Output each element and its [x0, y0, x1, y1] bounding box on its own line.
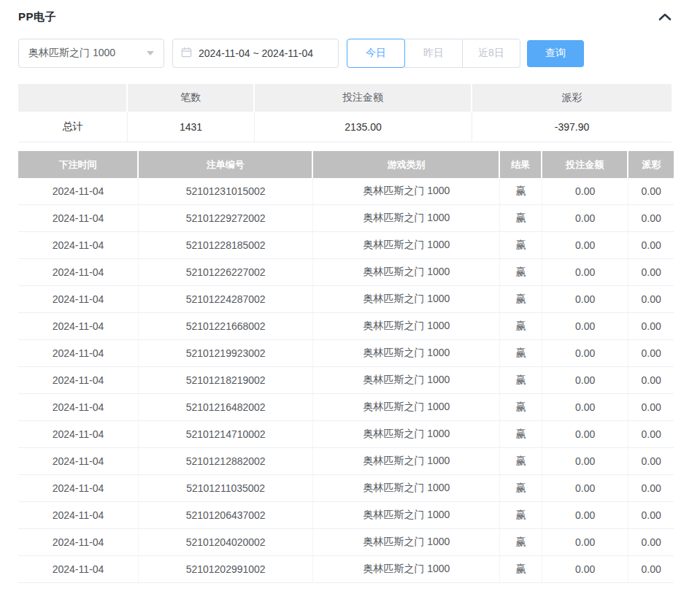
cell-bet-time: 2024-11-04	[18, 421, 139, 448]
cell-payout: 0.00	[628, 556, 674, 583]
cell-game-type: 奥林匹斯之门 1000	[313, 475, 500, 502]
cell-bet-time: 2024-11-04	[18, 340, 139, 367]
pp-games-panel: PP电子 奥林匹斯之门 1000 2024-11-04 ~ 2024-11-04…	[0, 0, 700, 583]
cell-bet-time: 2024-11-04	[18, 556, 139, 583]
summary-table: 笔数 投注金额 派彩 总计 1431 2135.00 -397.90	[18, 84, 672, 142]
table-row: 2024-11-0452101218219002奥林匹斯之门 1000赢0.00…	[18, 367, 674, 394]
cell-game-type: 奥林匹斯之门 1000	[313, 448, 500, 475]
table-row: 2024-11-0452101211035002奥林匹斯之门 1000赢0.00…	[18, 475, 674, 502]
cell-bet-time: 2024-11-04	[18, 205, 139, 232]
panel-header: PP电子	[18, 9, 673, 25]
cell-result: 赢	[500, 556, 542, 583]
cell-payout: 0.00	[628, 286, 674, 313]
summary-total-payout: -397.90	[472, 112, 672, 142]
cell-game-type: 奥林匹斯之门 1000	[313, 178, 500, 205]
cell-bet-time: 2024-11-04	[18, 232, 139, 259]
query-button[interactable]: 查询	[527, 40, 584, 67]
cell-result: 赢	[500, 502, 542, 529]
cell-result: 赢	[500, 421, 542, 448]
table-row: 2024-11-0452101202991002奥林匹斯之门 1000赢0.00…	[18, 556, 674, 583]
cell-payout: 0.00	[628, 502, 674, 529]
game-select-value: 奥林匹斯之门 1000	[28, 47, 115, 60]
date-range-input[interactable]: 2024-11-04 ~ 2024-11-04	[172, 39, 339, 68]
cell-payout: 0.00	[628, 313, 674, 340]
page-title: PP电子	[18, 10, 56, 24]
cell-game-type: 奥林匹斯之门 1000	[313, 205, 500, 232]
yesterday-button[interactable]: 昨日	[404, 39, 463, 68]
cell-result: 赢	[500, 205, 542, 232]
summary-header-row: 笔数 投注金额 派彩	[18, 84, 672, 112]
cell-bet-time: 2024-11-04	[18, 448, 139, 475]
today-button[interactable]: 今日	[347, 39, 405, 68]
cell-bet-amount: 0.00	[542, 475, 628, 502]
cell-result: 赢	[500, 178, 542, 205]
cell-result: 赢	[500, 367, 542, 394]
date-range-value: 2024-11-04 ~ 2024-11-04	[199, 47, 313, 59]
cell-bet-amount: 0.00	[542, 178, 628, 205]
cell-order-id: 52101211035002	[139, 475, 314, 502]
summary-total-label: 总计	[18, 112, 128, 142]
cell-result: 赢	[500, 529, 542, 556]
calendar-icon	[181, 47, 199, 60]
cell-order-id: 52101202991002	[139, 556, 314, 583]
table-row: 2024-11-0452101224287002奥林匹斯之门 1000赢0.00…	[18, 286, 674, 313]
cell-result: 赢	[500, 394, 542, 421]
cell-payout: 0.00	[628, 232, 674, 259]
cell-bet-time: 2024-11-04	[18, 502, 139, 529]
table-row: 2024-11-0452101228185002奥林匹斯之门 1000赢0.00…	[18, 232, 674, 259]
records-table-body: 2024-11-0452101231015002奥林匹斯之门 1000赢0.00…	[18, 178, 674, 583]
filter-bar: 奥林匹斯之门 1000 2024-11-04 ~ 2024-11-04 今日 昨…	[18, 39, 700, 68]
records-header-bet-amount: 投注金额	[542, 151, 628, 178]
cell-game-type: 奥林匹斯之门 1000	[313, 529, 500, 556]
cell-result: 赢	[500, 259, 542, 286]
quick-range-group: 今日 昨日 近8日	[347, 39, 520, 68]
cell-result: 赢	[500, 340, 542, 367]
cell-bet-amount: 0.00	[542, 259, 628, 286]
table-row: 2024-11-0452101212882002奥林匹斯之门 1000赢0.00…	[18, 448, 674, 475]
collapse-button[interactable]	[657, 11, 673, 23]
cell-game-type: 奥林匹斯之门 1000	[313, 340, 500, 367]
cell-bet-time: 2024-11-04	[18, 313, 139, 340]
cell-game-type: 奥林匹斯之门 1000	[313, 232, 500, 259]
cell-order-id: 52101219923002	[139, 340, 314, 367]
summary-total-count: 1431	[128, 112, 255, 142]
cell-game-type: 奥林匹斯之门 1000	[313, 502, 500, 529]
table-row: 2024-11-0452101221668002奥林匹斯之门 1000赢0.00…	[18, 313, 674, 340]
cell-bet-amount: 0.00	[542, 340, 628, 367]
cell-payout: 0.00	[628, 259, 674, 286]
table-row: 2024-11-0452101226227002奥林匹斯之门 1000赢0.00…	[18, 259, 674, 286]
cell-payout: 0.00	[628, 448, 674, 475]
cell-result: 赢	[500, 313, 542, 340]
cell-bet-time: 2024-11-04	[18, 475, 139, 502]
cell-game-type: 奥林匹斯之门 1000	[313, 259, 500, 286]
cell-payout: 0.00	[628, 340, 674, 367]
last-8-days-button[interactable]: 近8日	[462, 39, 520, 68]
chevron-up-icon	[658, 12, 672, 23]
summary-header-count: 笔数	[128, 84, 255, 112]
records-table: 下注时间 注单编号 游戏类别 结果 投注金额 派彩 2024-11-045210…	[18, 151, 674, 583]
cell-game-type: 奥林匹斯之门 1000	[313, 556, 500, 583]
cell-order-id: 52101229272002	[139, 205, 314, 232]
cell-result: 赢	[500, 448, 542, 475]
records-header-game-type: 游戏类别	[313, 151, 500, 178]
cell-result: 赢	[500, 232, 542, 259]
cell-bet-amount: 0.00	[542, 367, 628, 394]
cell-order-id: 52101206437002	[139, 502, 314, 529]
cell-game-type: 奥林匹斯之门 1000	[313, 367, 500, 394]
cell-bet-time: 2024-11-04	[18, 286, 139, 313]
cell-bet-amount: 0.00	[542, 502, 628, 529]
summary-header-blank	[18, 84, 128, 112]
cell-payout: 0.00	[628, 529, 674, 556]
cell-payout: 0.00	[628, 475, 674, 502]
table-row: 2024-11-0452101219923002奥林匹斯之门 1000赢0.00…	[18, 340, 674, 367]
records-header-payout: 派彩	[628, 151, 674, 178]
cell-order-id: 52101228185002	[139, 232, 314, 259]
records-header-bet-time: 下注时间	[18, 151, 139, 178]
chevron-down-icon	[147, 51, 154, 55]
cell-bet-amount: 0.00	[542, 205, 628, 232]
table-row: 2024-11-0452101216482002奥林匹斯之门 1000赢0.00…	[18, 394, 674, 421]
cell-bet-amount: 0.00	[542, 232, 628, 259]
game-select[interactable]: 奥林匹斯之门 1000	[18, 39, 164, 68]
cell-game-type: 奥林匹斯之门 1000	[313, 313, 500, 340]
table-row: 2024-11-0452101214710002奥林匹斯之门 1000赢0.00…	[18, 421, 674, 448]
